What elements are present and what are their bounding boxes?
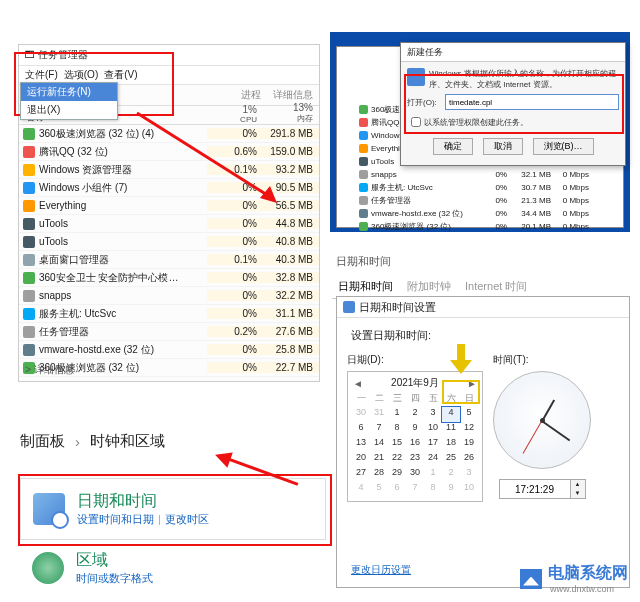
cpu-value: 0.1% xyxy=(207,254,263,265)
chevron-down-icon[interactable]: ▼ xyxy=(571,489,585,498)
calendar-day[interactable]: 15 xyxy=(388,437,406,452)
browse-button[interactable]: 浏览(B)… xyxy=(533,138,594,155)
calendar-day[interactable]: 5 xyxy=(460,407,478,422)
calendar-day[interactable]: 24 xyxy=(424,452,442,467)
details-toggle[interactable]: > 详细信息 xyxy=(25,363,74,377)
calendar-day[interactable]: 30 xyxy=(406,467,424,482)
table-row[interactable]: Everything0%56.5 MB xyxy=(19,197,319,215)
cancel-button[interactable]: 取消 xyxy=(483,138,523,155)
cp-link-formats[interactable]: 时间或数字格式 xyxy=(76,571,153,586)
calendar-day[interactable]: 10 xyxy=(460,482,478,497)
date-time-section: 日期和时间 日期和时间 附加时钟 Internet 时间 xyxy=(332,248,630,299)
app-icon xyxy=(23,182,35,194)
calendar-day[interactable]: 19 xyxy=(460,437,478,452)
table-row[interactable]: 腾讯QQ (32 位)0.6%159.0 MB xyxy=(19,143,319,161)
calendar-day[interactable]: 10 xyxy=(424,422,442,437)
weekday-label: 二 xyxy=(370,392,388,407)
table-row[interactable]: 任务管理器0.2%27.6 MB xyxy=(19,323,319,341)
calendar-day[interactable]: 8 xyxy=(388,422,406,437)
app-icon xyxy=(23,290,35,302)
window-title: 日期和时间设置 xyxy=(337,297,629,318)
col-mem[interactable]: 13%内存 xyxy=(263,102,319,124)
table-row[interactable]: 360安全卫士 安全防护中心模…0%32.8 MB xyxy=(19,269,319,287)
mem-value: 25.8 MB xyxy=(263,344,319,355)
table-row[interactable]: snapps0%32.1 MB0 Mbps xyxy=(359,168,619,181)
tab-processes[interactable]: 进程 xyxy=(235,88,267,102)
calendar-day[interactable]: 30 xyxy=(352,407,370,422)
calendar-day[interactable]: 3 xyxy=(460,467,478,482)
table-row[interactable]: snapps0%32.2 MB xyxy=(19,287,319,305)
calendar-day[interactable]: 6 xyxy=(352,422,370,437)
calendar-day[interactable]: 4 xyxy=(442,407,460,422)
calendar-day[interactable]: 23 xyxy=(406,452,424,467)
calendar-day[interactable]: 1 xyxy=(388,407,406,422)
calendar-day[interactable]: 9 xyxy=(406,422,424,437)
prev-month-button[interactable]: ◄ xyxy=(352,378,364,389)
chevron-up-icon[interactable]: ▲ xyxy=(571,480,585,489)
table-row[interactable]: uTools0%44.8 MB xyxy=(19,215,319,233)
table-row[interactable]: 任务管理器0%21.3 MB0 Mbps xyxy=(359,194,619,207)
breadcrumb-item[interactable]: 时钟和区域 xyxy=(90,432,165,451)
table-row[interactable]: Windows 资源管理器0.1%93.2 MB xyxy=(19,161,319,179)
tab-additional-clocks[interactable]: 附加时钟 xyxy=(407,279,451,294)
cpu-value: 0% xyxy=(207,344,263,355)
calendar-day[interactable]: 26 xyxy=(460,452,478,467)
calendar-day[interactable]: 8 xyxy=(424,482,442,497)
app-icon xyxy=(23,200,35,212)
table-row[interactable]: 360极速浏览器 (32 位)0%20.1 MB0 Mbps xyxy=(359,220,619,233)
cp-title[interactable]: 区域 xyxy=(76,550,153,571)
control-panel-region[interactable]: 区域 时间或数字格式 xyxy=(20,550,324,586)
calendar-day[interactable]: 16 xyxy=(406,437,424,452)
tab-details[interactable]: 详细信息 xyxy=(267,88,319,102)
ok-button[interactable]: 确定 xyxy=(433,138,473,155)
breadcrumb-item[interactable]: 制面板 xyxy=(20,432,65,451)
calendar-day[interactable]: 4 xyxy=(352,482,370,497)
calendar-day[interactable]: 5 xyxy=(370,482,388,497)
calendar-day[interactable]: 7 xyxy=(370,422,388,437)
time-input[interactable] xyxy=(499,479,571,499)
time-spinner[interactable]: ▲▼ xyxy=(571,479,586,499)
table-row[interactable]: 服务主机: UtcSvc0%31.1 MB xyxy=(19,305,319,323)
chevron-right-icon: › xyxy=(75,433,80,450)
calendar-day[interactable]: 17 xyxy=(424,437,442,452)
change-calendar-link[interactable]: 更改日历设置 xyxy=(351,563,411,577)
tab-internet-time[interactable]: Internet 时间 xyxy=(465,279,527,294)
calendar-day[interactable]: 11 xyxy=(442,422,460,437)
col-cpu[interactable]: 1%CPU xyxy=(207,104,263,124)
calendar-day[interactable]: 27 xyxy=(352,467,370,482)
calendar-day[interactable]: 14 xyxy=(370,437,388,452)
calendar-day[interactable]: 18 xyxy=(442,437,460,452)
table-row[interactable]: Windows 小组件 (7)0%90.5 MB xyxy=(19,179,319,197)
calendar-day[interactable]: 28 xyxy=(370,467,388,482)
tab-datetime[interactable]: 日期和时间 xyxy=(338,279,393,294)
menu-run-new-task[interactable]: 运行新任务(N) xyxy=(21,83,117,101)
calendar-day[interactable]: 21 xyxy=(370,452,388,467)
table-row[interactable]: 服务主机: UtcSvc0%30.7 MB0 Mbps xyxy=(359,181,619,194)
calendar-day[interactable]: 2 xyxy=(442,467,460,482)
calendar-day[interactable]: 12 xyxy=(460,422,478,437)
app-icon xyxy=(359,170,368,179)
calendar-day[interactable]: 6 xyxy=(388,482,406,497)
file-menu-dropdown: 运行新任务(N) 退出(X) xyxy=(20,82,118,120)
calendar-day[interactable]: 1 xyxy=(424,467,442,482)
calendar-day[interactable]: 13 xyxy=(352,437,370,452)
weekday-label: 一 xyxy=(352,392,370,407)
table-row[interactable]: vmware-hostd.exe (32 位)0%34.4 MB0 Mbps xyxy=(359,207,619,220)
calendar-day[interactable]: 3 xyxy=(424,407,442,422)
calendar-day[interactable]: 9 xyxy=(442,482,460,497)
table-row[interactable]: vmware-hostd.exe (32 位)0%25.8 MB xyxy=(19,341,319,359)
cpu-value: 0% xyxy=(207,182,263,193)
table-row[interactable]: 360极速浏览器 (32 位) (4)0%291.8 MB xyxy=(19,125,319,143)
calendar-day[interactable]: 31 xyxy=(370,407,388,422)
table-row[interactable]: uTools0%40.8 MB xyxy=(19,233,319,251)
weekday-label: 四 xyxy=(406,392,424,407)
menu-exit[interactable]: 退出(X) xyxy=(21,101,117,119)
calendar-day[interactable]: 25 xyxy=(442,452,460,467)
table-row[interactable]: 桌面窗口管理器0.1%40.3 MB xyxy=(19,251,319,269)
calendar-day[interactable]: 20 xyxy=(352,452,370,467)
calendar-day[interactable]: 2 xyxy=(406,407,424,422)
calendar-day[interactable]: 7 xyxy=(406,482,424,497)
calendar-day[interactable]: 22 xyxy=(388,452,406,467)
calendar-day[interactable]: 29 xyxy=(388,467,406,482)
app-icon xyxy=(359,105,368,114)
